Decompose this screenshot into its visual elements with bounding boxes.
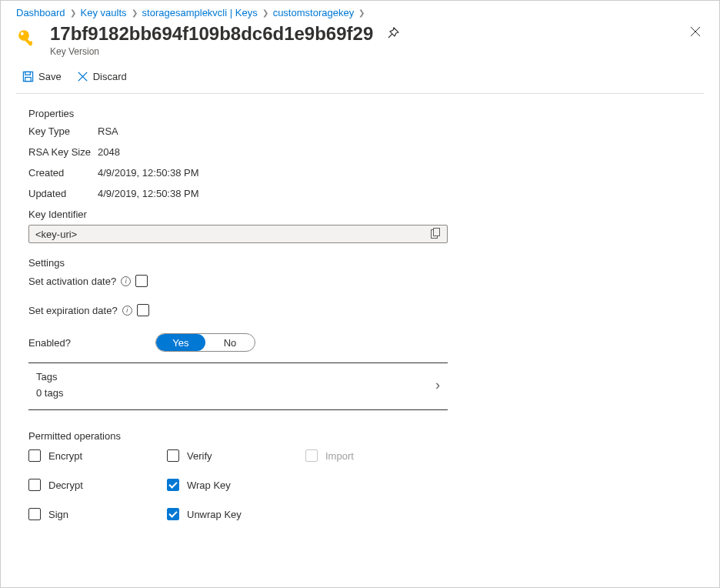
discard-icon bbox=[77, 71, 88, 82]
tags-row[interactable]: Tags 0 tags › bbox=[28, 366, 448, 406]
page-title: 17bf9182bb694f109b8dc6d1e9b69f29 bbox=[50, 23, 373, 45]
svg-rect-6 bbox=[25, 77, 32, 81]
tags-count: 0 tags bbox=[36, 387, 63, 399]
chevron-right-icon: ❯ bbox=[70, 8, 76, 17]
created-label: Created bbox=[28, 167, 98, 179]
decrypt-checkbox[interactable] bbox=[28, 479, 41, 491]
breadcrumb-keys[interactable]: storagesamplekvcli | Keys bbox=[142, 7, 258, 18]
key-icon bbox=[16, 28, 39, 51]
page-subtitle: Key Version bbox=[50, 46, 676, 57]
key-type-label: Key Type bbox=[28, 125, 98, 137]
tags-label: Tags bbox=[36, 371, 63, 383]
activation-label: Set activation date? bbox=[28, 276, 116, 287]
breadcrumb-dashboard[interactable]: Dashboard bbox=[16, 7, 65, 18]
chevron-right-icon: ❯ bbox=[358, 8, 365, 17]
created-value: 4/9/2019, 12:50:38 PM bbox=[98, 167, 199, 179]
verify-label: Verify bbox=[187, 450, 212, 462]
divider bbox=[28, 362, 448, 363]
info-icon[interactable]: i bbox=[122, 306, 132, 316]
import-checkbox bbox=[305, 449, 318, 462]
enabled-label: Enabled? bbox=[28, 337, 71, 349]
divider bbox=[28, 409, 448, 410]
decrypt-label: Decrypt bbox=[48, 479, 83, 491]
toolbar: Save Discard bbox=[16, 62, 704, 94]
discard-button[interactable]: Discard bbox=[71, 68, 133, 85]
chevron-right-icon: › bbox=[435, 377, 440, 393]
save-button[interactable]: Save bbox=[16, 68, 68, 85]
chevron-right-icon: ❯ bbox=[262, 8, 268, 17]
key-type-value: RSA bbox=[98, 125, 118, 137]
close-button[interactable] bbox=[687, 23, 704, 43]
toggle-yes[interactable]: Yes bbox=[156, 334, 205, 351]
verify-checkbox[interactable] bbox=[167, 449, 179, 462]
expiration-label: Set expiration date? bbox=[28, 305, 118, 316]
page-header: 17bf9182bb694f109b8dc6d1e9b69f29 Key Ver… bbox=[1, 22, 719, 62]
toggle-no[interactable]: No bbox=[205, 334, 255, 351]
encrypt-checkbox[interactable] bbox=[28, 449, 41, 462]
pin-icon bbox=[387, 27, 399, 39]
permitted-heading: Permitted operations bbox=[28, 430, 692, 442]
chevron-right-icon: ❯ bbox=[132, 8, 138, 17]
updated-label: Updated bbox=[28, 188, 98, 199]
copy-button[interactable] bbox=[429, 226, 442, 242]
breadcrumb: Dashboard ❯ Key vaults ❯ storagesamplekv… bbox=[1, 1, 719, 22]
key-identifier-field bbox=[28, 225, 448, 243]
copy-icon bbox=[431, 228, 441, 239]
svg-point-1 bbox=[21, 32, 24, 35]
settings-heading: Settings bbox=[28, 257, 692, 269]
key-size-value: 2048 bbox=[98, 146, 120, 158]
key-identifier-label: Key Identifier bbox=[28, 209, 692, 220]
svg-rect-8 bbox=[434, 228, 440, 236]
updated-value: 4/9/2019, 12:50:38 PM bbox=[98, 188, 199, 199]
wrap-label: Wrap Key bbox=[187, 479, 231, 491]
wrap-checkbox[interactable] bbox=[167, 479, 179, 491]
key-identifier-input[interactable] bbox=[34, 228, 429, 241]
breadcrumb-customstoragekey[interactable]: customstoragekey bbox=[273, 7, 355, 18]
permitted-operations: Encrypt Verify Import Decrypt Wrap Key S… bbox=[28, 449, 692, 520]
unwrap-label: Unwrap Key bbox=[187, 509, 242, 520]
enabled-toggle[interactable]: Yes No bbox=[155, 333, 255, 352]
sign-label: Sign bbox=[48, 509, 68, 520]
breadcrumb-keyvaults[interactable]: Key vaults bbox=[81, 7, 127, 18]
properties-heading: Properties bbox=[28, 108, 692, 119]
key-size-label: RSA Key Size bbox=[28, 146, 98, 158]
close-icon bbox=[690, 26, 701, 37]
save-icon bbox=[22, 71, 34, 82]
sign-checkbox[interactable] bbox=[28, 508, 41, 520]
encrypt-label: Encrypt bbox=[48, 450, 82, 462]
info-icon[interactable]: i bbox=[121, 276, 131, 286]
pin-button[interactable] bbox=[384, 24, 402, 45]
import-label: Import bbox=[325, 450, 354, 462]
save-label: Save bbox=[38, 71, 62, 82]
svg-rect-5 bbox=[25, 72, 31, 75]
expiration-checkbox[interactable] bbox=[137, 304, 149, 316]
discard-label: Discard bbox=[93, 71, 127, 82]
content: Properties Key Type RSA RSA Key Size 204… bbox=[1, 94, 719, 534]
unwrap-checkbox[interactable] bbox=[167, 508, 179, 520]
activation-checkbox[interactable] bbox=[135, 275, 148, 287]
